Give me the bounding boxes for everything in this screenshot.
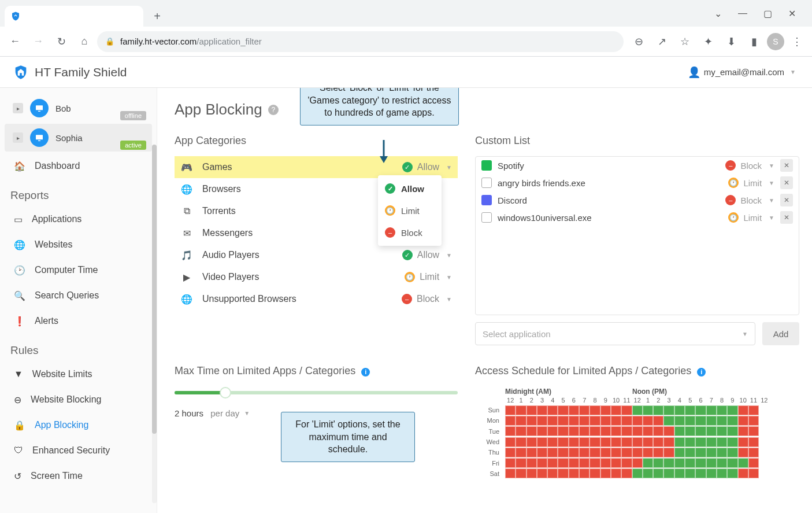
custom-list-row[interactable]: angry birds friends.exe 🕐Limit▼ ✕ (476, 174, 799, 191)
schedule-row[interactable]: Wed (475, 437, 799, 447)
schedule-cell[interactable] (727, 458, 737, 468)
remove-button[interactable]: ✕ (780, 194, 793, 206)
category-row[interactable]: ▶ Video Players 🕐Limit▼ (175, 266, 458, 288)
schedule-cell[interactable] (589, 416, 600, 426)
schedule-cell[interactable] (621, 458, 632, 468)
sidebar-item-computer-time[interactable]: 🕑Computer Time (0, 257, 157, 283)
schedule-cell[interactable] (685, 437, 695, 447)
schedule-cell[interactable] (621, 405, 632, 415)
dropdown-option-limit[interactable]: 🕐Limit (378, 200, 442, 222)
schedule-cell[interactable] (547, 405, 558, 415)
schedule-cell[interactable] (547, 437, 558, 447)
schedule-cell[interactable] (653, 448, 663, 457)
schedule-cell[interactable] (643, 468, 653, 478)
schedule-cell[interactable] (685, 426, 695, 436)
schedule-cell[interactable] (653, 437, 663, 447)
category-row[interactable]: 🎵 Audio Players ✓Allow▼ (175, 244, 458, 266)
schedule-cell[interactable] (717, 426, 727, 436)
custom-list-row[interactable]: windows10universal.exe 🕐Limit▼ ✕ (476, 209, 799, 226)
schedule-cell[interactable] (558, 426, 568, 436)
schedule-cell[interactable] (632, 437, 643, 447)
schedule-cell[interactable] (558, 405, 568, 415)
category-status[interactable]: ✓Allow▼ (402, 162, 452, 172)
schedule-row[interactable]: Sat (475, 468, 799, 479)
schedule-cell[interactable] (706, 468, 717, 478)
maxtime-slider[interactable] (175, 391, 458, 394)
schedule-cell[interactable] (526, 448, 537, 457)
schedule-cell[interactable] (505, 437, 516, 447)
remove-button[interactable]: ✕ (780, 159, 793, 172)
schedule-cell[interactable] (621, 437, 632, 447)
schedule-cell[interactable] (569, 405, 579, 415)
schedule-cell[interactable] (558, 437, 568, 447)
schedule-cell[interactable] (685, 458, 695, 468)
schedule-cell[interactable] (547, 468, 558, 478)
schedule-cell[interactable] (653, 458, 663, 468)
select-application-dropdown[interactable]: Select application▼ (475, 322, 755, 345)
profile-avatar[interactable]: S (767, 33, 784, 50)
schedule-cell[interactable] (643, 426, 653, 436)
schedule-cell[interactable] (600, 437, 611, 447)
nav-reload-button[interactable]: ↻ (51, 31, 72, 52)
schedule-row[interactable]: Thu (475, 447, 799, 457)
schedule-cell[interactable] (695, 416, 706, 426)
zoom-icon[interactable]: ⊖ (628, 31, 649, 52)
schedule-cell[interactable] (695, 437, 706, 447)
schedule-cell[interactable] (611, 458, 621, 468)
schedule-cell[interactable] (674, 458, 685, 468)
schedule-cell[interactable] (748, 405, 759, 415)
schedule-cell[interactable] (727, 426, 737, 436)
schedule-cell[interactable] (579, 426, 589, 436)
schedule-cell[interactable] (695, 405, 706, 415)
remove-button[interactable]: ✕ (780, 176, 793, 189)
category-row[interactable]: 🌐 Unsupported Browsers –Block▼ (175, 288, 458, 310)
schedule-cell[interactable] (589, 448, 600, 457)
side-panel-icon[interactable]: ▮ (744, 31, 765, 52)
schedule-cell[interactable] (579, 448, 589, 457)
schedule-cell[interactable] (600, 416, 611, 426)
schedule-cell[interactable] (643, 437, 653, 447)
schedule-cell[interactable] (516, 468, 526, 478)
schedule-cell[interactable] (526, 405, 537, 415)
schedule-cell[interactable] (738, 468, 748, 478)
schedule-cell[interactable] (569, 468, 579, 478)
schedule-cell[interactable] (537, 416, 547, 426)
schedule-cell[interactable] (738, 416, 748, 426)
schedule-cell[interactable] (579, 458, 589, 468)
schedule-cell[interactable] (537, 426, 547, 436)
schedule-cell[interactable] (579, 437, 589, 447)
schedule-cell[interactable] (748, 426, 759, 436)
schedule-cell[interactable] (516, 458, 526, 468)
schedule-cell[interactable] (632, 416, 643, 426)
schedule-cell[interactable] (579, 416, 589, 426)
schedule-grid[interactable]: Midnight (AM)Noon (PM) 12123456789101112… (475, 387, 799, 479)
schedule-cell[interactable] (505, 426, 516, 436)
schedule-cell[interactable] (611, 426, 621, 436)
info-icon[interactable]: i (361, 368, 370, 377)
sidebar-item-search-queries[interactable]: 🔍Search Queries (0, 283, 157, 308)
schedule-cell[interactable] (663, 468, 674, 478)
bookmark-star-icon[interactable]: ☆ (674, 31, 695, 52)
sidebar-item-app-blocking[interactable]: 🔒App Blocking (0, 412, 157, 438)
schedule-cell[interactable] (663, 448, 674, 457)
schedule-cell[interactable] (706, 448, 717, 457)
schedule-cell[interactable] (685, 416, 695, 426)
schedule-cell[interactable] (579, 468, 589, 478)
schedule-cell[interactable] (611, 416, 621, 426)
sidebar-item-website-limits[interactable]: ▼Website Limits (0, 361, 157, 387)
schedule-row[interactable]: Mon (475, 415, 799, 426)
schedule-cell[interactable] (727, 416, 737, 426)
schedule-cell[interactable] (748, 468, 759, 478)
sidebar-item-alerts[interactable]: ❗Alerts (0, 308, 157, 334)
nav-forward-button[interactable]: → (28, 31, 49, 52)
schedule-cell[interactable] (579, 405, 589, 415)
dropdown-option-allow[interactable]: ✓Allow (378, 178, 442, 200)
schedule-cell[interactable] (717, 437, 727, 447)
schedule-cell[interactable] (516, 405, 526, 415)
schedule-cell[interactable] (611, 405, 621, 415)
schedule-cell[interactable] (695, 458, 706, 468)
schedule-cell[interactable] (632, 405, 643, 415)
category-status[interactable]: ✓Allow▼ (402, 250, 452, 260)
schedule-cell[interactable] (526, 458, 537, 468)
window-maximize-icon[interactable]: ▢ (763, 8, 772, 19)
